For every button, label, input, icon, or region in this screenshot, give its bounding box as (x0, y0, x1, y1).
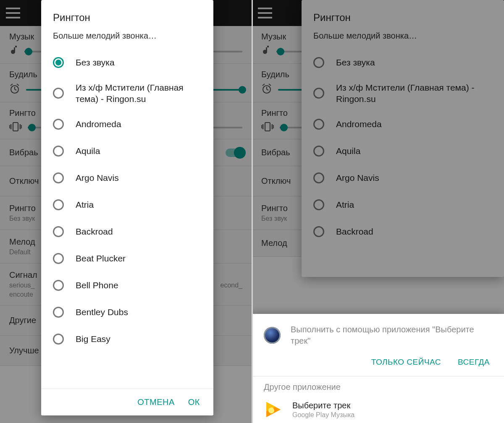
play-music-icon (264, 400, 282, 419)
radio-option[interactable]: Atria (41, 191, 213, 218)
dialog-actions: ОТМЕНА ОК (41, 389, 213, 415)
radio-label: Bentley Dubs (76, 306, 128, 318)
screen-separator (252, 0, 253, 423)
radio-icon (53, 88, 64, 99)
radio-option[interactable]: Bell Phone (41, 272, 213, 299)
ringtone-dialog: Рингтон Больше мелодий звонка… Без звука… (41, 0, 213, 415)
radio-label: Andromeda (76, 118, 121, 130)
radio-label: Atria (76, 199, 94, 210)
radio-icon (53, 146, 64, 157)
radio-label: Без звука (76, 57, 115, 68)
ok-button[interactable]: ОК (188, 397, 200, 407)
chooser-alt-label: Другое приложение (252, 382, 504, 398)
radio-label: Bell Phone (76, 279, 118, 291)
dialog-subtitle[interactable]: Больше мелодий звонка… (41, 31, 213, 49)
radio-option[interactable]: Argo Navis (41, 164, 213, 191)
chooser-title: Выполнить с помощью приложения "Выберите… (291, 324, 492, 347)
app-chooser: Выполнить с помощью приложения "Выберите… (252, 314, 504, 423)
dialog-title: Рингтон (41, 0, 213, 31)
screen-right: Музык Будиль Рингто (252, 0, 504, 423)
radio-icon (53, 280, 64, 291)
radio-label: Backroad (76, 226, 113, 237)
radio-icon (53, 119, 64, 130)
radio-icon (53, 199, 64, 210)
radio-label: Beat Plucker (76, 253, 126, 264)
radio-option[interactable]: Backroad (41, 218, 213, 245)
just-once-button[interactable]: ТОЛЬКО СЕЙЧАС (371, 358, 441, 367)
radio-option[interactable]: Bentley Dubs (41, 299, 213, 326)
cancel-button[interactable]: ОТМЕНА (137, 397, 175, 407)
radio-icon (53, 253, 64, 264)
radio-label: Big Easy (76, 333, 110, 345)
chooser-app-sub: Google Play Музыка (292, 411, 354, 419)
radio-option[interactable]: Big Easy (41, 326, 213, 352)
radio-icon (53, 334, 64, 345)
chooser-actions: ТОЛЬКО СЕЙЧАС ВСЕГДА (252, 349, 504, 376)
radio-label: Из х/ф Мстители (Главная тема) - Ringon.… (76, 82, 202, 105)
radio-option[interactable]: Из х/ф Мстители (Главная тема) - Ringon.… (41, 76, 213, 111)
chooser-app-item[interactable]: Выберите трек Google Play Музыка (252, 398, 504, 419)
screen-left: Музык Будиль (0, 0, 252, 423)
radio-icon (53, 172, 64, 183)
radio-option[interactable]: Andromeda (41, 111, 213, 138)
always-button[interactable]: ВСЕГДА (458, 358, 490, 367)
radio-icon (53, 226, 64, 237)
radio-option[interactable]: Aquila (41, 138, 213, 164)
radio-list: Без звукаИз х/ф Мстители (Главная тема) … (41, 49, 213, 352)
radio-icon (53, 307, 64, 318)
radio-label: Aquila (76, 145, 100, 157)
radio-icon (53, 57, 64, 68)
svg-point-28 (268, 407, 274, 413)
radio-label: Argo Navis (76, 172, 119, 183)
divider (252, 376, 504, 376)
chooser-app-name: Выберите трек (292, 401, 354, 410)
radio-option[interactable]: Без звука (41, 49, 213, 76)
radio-option[interactable]: Beat Plucker (41, 245, 213, 272)
app-icon-primary[interactable] (264, 327, 281, 344)
